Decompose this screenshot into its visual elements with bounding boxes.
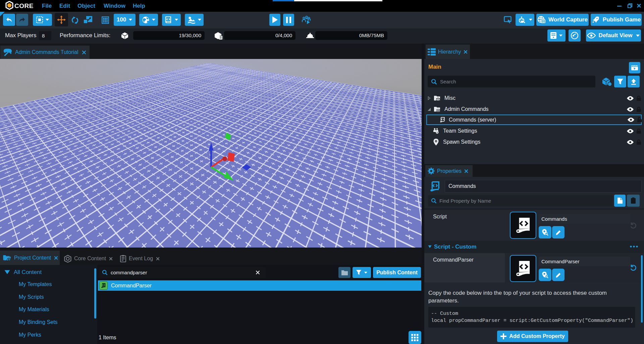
svg-text:CORE: CORE bbox=[14, 2, 33, 9]
